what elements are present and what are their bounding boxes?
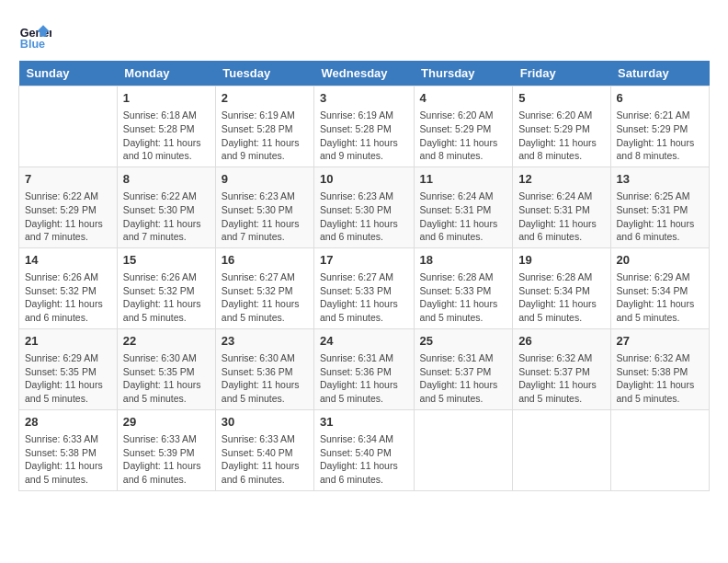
calendar-cell: 14Sunrise: 6:26 AMSunset: 5:32 PMDayligh…: [19, 247, 118, 328]
day-number: 6: [617, 90, 703, 107]
cell-info: Sunrise: 6:20 AMSunset: 5:29 PMDaylight:…: [420, 109, 507, 163]
calendar-cell: 19Sunrise: 6:28 AMSunset: 5:34 PMDayligh…: [513, 247, 610, 328]
calendar-cell: 17Sunrise: 6:27 AMSunset: 5:33 PMDayligh…: [314, 247, 415, 328]
weekday-header-friday: Friday: [513, 61, 610, 86]
cell-info: Sunrise: 6:23 AMSunset: 5:30 PMDaylight:…: [320, 190, 408, 244]
calendar-cell: 2Sunrise: 6:19 AMSunset: 5:28 PMDaylight…: [215, 86, 313, 167]
weekday-header-thursday: Thursday: [414, 61, 513, 86]
day-number: 29: [123, 414, 210, 431]
day-number: 25: [420, 333, 507, 350]
weekday-header-wednesday: Wednesday: [314, 61, 415, 86]
cell-info: Sunrise: 6:18 AMSunset: 5:28 PMDaylight:…: [123, 109, 210, 163]
calendar-cell: 5Sunrise: 6:20 AMSunset: 5:29 PMDaylight…: [513, 86, 610, 167]
calendar-cell: 6Sunrise: 6:21 AMSunset: 5:29 PMDaylight…: [610, 86, 709, 167]
cell-info: Sunrise: 6:27 AMSunset: 5:32 PMDaylight:…: [222, 270, 308, 325]
cell-info: Sunrise: 6:32 AMSunset: 5:38 PMDaylight:…: [617, 351, 703, 406]
day-number: 23: [222, 333, 308, 350]
calendar-table: SundayMondayTuesdayWednesdayThursdayFrid…: [18, 61, 710, 491]
cell-info: Sunrise: 6:27 AMSunset: 5:33 PMDaylight:…: [320, 270, 408, 325]
cell-info: Sunrise: 6:33 AMSunset: 5:38 PMDaylight:…: [25, 432, 111, 487]
cell-info: Sunrise: 6:26 AMSunset: 5:32 PMDaylight:…: [123, 270, 210, 325]
cell-info: Sunrise: 6:29 AMSunset: 5:35 PMDaylight:…: [25, 351, 111, 406]
day-number: 8: [123, 171, 210, 188]
day-number: 4: [420, 90, 507, 107]
calendar-cell: 3Sunrise: 6:19 AMSunset: 5:28 PMDaylight…: [314, 86, 415, 167]
calendar-cell: 15Sunrise: 6:26 AMSunset: 5:32 PMDayligh…: [117, 247, 215, 328]
day-number: 27: [617, 333, 703, 350]
day-number: 7: [25, 171, 111, 188]
cell-info: Sunrise: 6:22 AMSunset: 5:29 PMDaylight:…: [25, 190, 111, 244]
day-number: 5: [518, 90, 604, 107]
calendar-cell: 26Sunrise: 6:32 AMSunset: 5:37 PMDayligh…: [513, 328, 610, 409]
calendar-cell: 9Sunrise: 6:23 AMSunset: 5:30 PMDaylight…: [215, 167, 313, 247]
calendar-cell: [414, 409, 513, 490]
day-number: 10: [320, 171, 408, 188]
calendar-cell: 29Sunrise: 6:33 AMSunset: 5:39 PMDayligh…: [117, 409, 215, 490]
logo-icon: General Blue: [18, 18, 51, 52]
day-number: 18: [420, 252, 507, 269]
cell-info: Sunrise: 6:19 AMSunset: 5:28 PMDaylight:…: [222, 109, 308, 163]
cell-info: Sunrise: 6:25 AMSunset: 5:31 PMDaylight:…: [617, 190, 703, 244]
calendar-cell: 16Sunrise: 6:27 AMSunset: 5:32 PMDayligh…: [215, 247, 313, 328]
day-number: 1: [123, 90, 210, 107]
weekday-header-saturday: Saturday: [610, 61, 709, 86]
calendar-cell: 20Sunrise: 6:29 AMSunset: 5:34 PMDayligh…: [610, 247, 709, 328]
calendar-cell: 23Sunrise: 6:30 AMSunset: 5:36 PMDayligh…: [215, 328, 313, 409]
calendar-cell: 7Sunrise: 6:22 AMSunset: 5:29 PMDaylight…: [19, 167, 118, 247]
calendar-cell: 28Sunrise: 6:33 AMSunset: 5:38 PMDayligh…: [19, 409, 118, 490]
day-number: 12: [518, 171, 604, 188]
calendar-cell: 30Sunrise: 6:33 AMSunset: 5:40 PMDayligh…: [215, 409, 313, 490]
cell-info: Sunrise: 6:29 AMSunset: 5:34 PMDaylight:…: [617, 270, 703, 325]
day-number: 17: [320, 252, 408, 269]
calendar-cell: 1Sunrise: 6:18 AMSunset: 5:28 PMDaylight…: [117, 86, 215, 167]
calendar-cell: 10Sunrise: 6:23 AMSunset: 5:30 PMDayligh…: [314, 167, 415, 247]
cell-info: Sunrise: 6:33 AMSunset: 5:39 PMDaylight:…: [123, 432, 210, 487]
day-number: 3: [320, 90, 408, 107]
calendar-week-row: 7Sunrise: 6:22 AMSunset: 5:29 PMDaylight…: [19, 167, 710, 247]
calendar-week-row: 21Sunrise: 6:29 AMSunset: 5:35 PMDayligh…: [19, 328, 710, 409]
calendar-week-row: 14Sunrise: 6:26 AMSunset: 5:32 PMDayligh…: [19, 247, 710, 328]
day-number: 11: [420, 171, 507, 188]
cell-info: Sunrise: 6:28 AMSunset: 5:34 PMDaylight:…: [518, 270, 604, 325]
calendar-cell: 18Sunrise: 6:28 AMSunset: 5:33 PMDayligh…: [414, 247, 513, 328]
weekday-header-monday: Monday: [117, 61, 215, 86]
day-number: 26: [518, 333, 604, 350]
calendar-cell: 22Sunrise: 6:30 AMSunset: 5:35 PMDayligh…: [117, 328, 215, 409]
calendar-cell: 21Sunrise: 6:29 AMSunset: 5:35 PMDayligh…: [19, 328, 118, 409]
calendar-cell: 31Sunrise: 6:34 AMSunset: 5:40 PMDayligh…: [314, 409, 415, 490]
cell-info: Sunrise: 6:28 AMSunset: 5:33 PMDaylight:…: [420, 270, 507, 325]
calendar-cell: 4Sunrise: 6:20 AMSunset: 5:29 PMDaylight…: [414, 86, 513, 167]
day-number: 19: [518, 252, 604, 269]
calendar-cell: [19, 86, 118, 167]
day-number: 13: [617, 171, 703, 188]
cell-info: Sunrise: 6:21 AMSunset: 5:29 PMDaylight:…: [617, 109, 703, 163]
day-number: 22: [123, 333, 210, 350]
calendar-week-row: 28Sunrise: 6:33 AMSunset: 5:38 PMDayligh…: [19, 409, 710, 490]
day-number: 30: [222, 414, 308, 431]
cell-info: Sunrise: 6:33 AMSunset: 5:40 PMDaylight:…: [222, 432, 308, 487]
calendar-week-row: 1Sunrise: 6:18 AMSunset: 5:28 PMDaylight…: [19, 86, 710, 167]
cell-info: Sunrise: 6:24 AMSunset: 5:31 PMDaylight:…: [420, 190, 507, 244]
calendar-cell: 25Sunrise: 6:31 AMSunset: 5:37 PMDayligh…: [414, 328, 513, 409]
calendar-cell: [610, 409, 709, 490]
weekday-header-sunday: Sunday: [19, 61, 118, 86]
day-number: 2: [222, 90, 308, 107]
calendar-cell: 8Sunrise: 6:22 AMSunset: 5:30 PMDaylight…: [117, 167, 215, 247]
weekday-header-tuesday: Tuesday: [215, 61, 313, 86]
day-number: 28: [25, 414, 111, 431]
calendar-cell: 12Sunrise: 6:24 AMSunset: 5:31 PMDayligh…: [513, 167, 610, 247]
page-header: General Blue: [18, 18, 710, 52]
day-number: 15: [123, 252, 210, 269]
cell-info: Sunrise: 6:26 AMSunset: 5:32 PMDaylight:…: [25, 270, 111, 325]
cell-info: Sunrise: 6:23 AMSunset: 5:30 PMDaylight:…: [222, 190, 308, 244]
cell-info: Sunrise: 6:19 AMSunset: 5:28 PMDaylight:…: [320, 109, 408, 163]
cell-info: Sunrise: 6:24 AMSunset: 5:31 PMDaylight:…: [518, 190, 604, 244]
cell-info: Sunrise: 6:32 AMSunset: 5:37 PMDaylight:…: [518, 351, 604, 406]
day-number: 9: [222, 171, 308, 188]
cell-info: Sunrise: 6:31 AMSunset: 5:36 PMDaylight:…: [320, 351, 408, 406]
calendar-cell: 27Sunrise: 6:32 AMSunset: 5:38 PMDayligh…: [610, 328, 709, 409]
svg-text:Blue: Blue: [20, 38, 45, 51]
day-number: 21: [25, 333, 111, 350]
calendar-cell: 24Sunrise: 6:31 AMSunset: 5:36 PMDayligh…: [314, 328, 415, 409]
calendar-cell: 11Sunrise: 6:24 AMSunset: 5:31 PMDayligh…: [414, 167, 513, 247]
